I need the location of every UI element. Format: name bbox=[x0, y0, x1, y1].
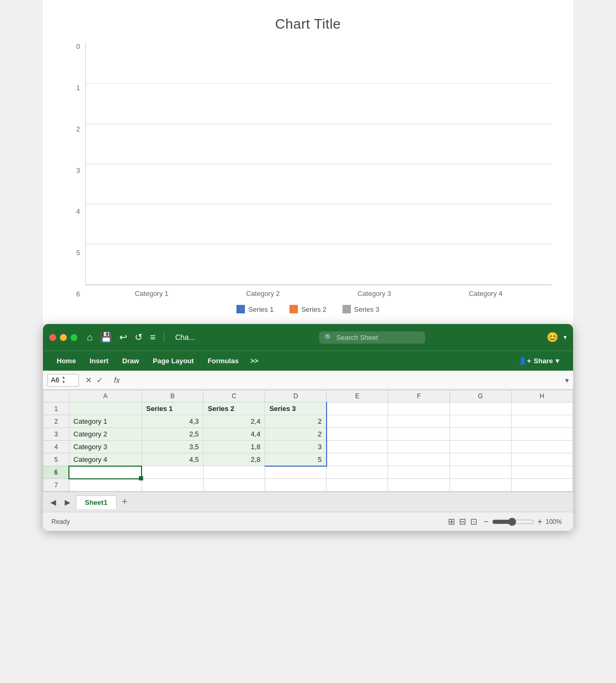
menu-insert[interactable]: Insert bbox=[83, 354, 115, 367]
cell-b7[interactable] bbox=[142, 479, 203, 492]
cell-g7[interactable] bbox=[450, 479, 511, 492]
cell-f7[interactable] bbox=[388, 479, 450, 492]
tab-nav-prev[interactable]: ◀ bbox=[47, 496, 59, 509]
more-icon[interactable]: ≡ bbox=[150, 332, 156, 343]
cell-h1[interactable] bbox=[511, 402, 573, 415]
cancel-formula-icon[interactable]: ✕ bbox=[85, 375, 92, 385]
col-header-b[interactable]: B bbox=[142, 390, 203, 402]
cell-a3[interactable]: Category 2 bbox=[69, 428, 142, 441]
cell-b3[interactable]: 2,5 bbox=[142, 428, 203, 441]
col-header-a[interactable]: A bbox=[69, 390, 142, 402]
cell-c2[interactable]: 2,4 bbox=[204, 415, 265, 428]
cell-f6[interactable] bbox=[388, 466, 450, 479]
cell-c7[interactable] bbox=[204, 479, 265, 492]
cell-e4[interactable] bbox=[327, 441, 388, 453]
close-button[interactable] bbox=[49, 334, 56, 341]
cell-h7[interactable] bbox=[511, 479, 573, 492]
formula-chevron[interactable]: ▾ bbox=[565, 376, 569, 384]
chart-plot-area bbox=[85, 43, 552, 285]
cell-g1[interactable] bbox=[450, 402, 511, 415]
feedback-dropdown[interactable]: ▾ bbox=[564, 334, 567, 341]
cell-f2[interactable] bbox=[388, 415, 450, 428]
cell-c6[interactable] bbox=[204, 466, 265, 479]
maximize-button[interactable] bbox=[71, 334, 77, 341]
cell-a1[interactable] bbox=[69, 402, 142, 415]
cell-c1[interactable]: Series 2 bbox=[204, 402, 265, 415]
cell-e3[interactable] bbox=[327, 428, 388, 441]
share-button[interactable]: 👤+ Share ▾ bbox=[512, 354, 566, 367]
search-bar[interactable]: 🔍 Search Sheet bbox=[319, 331, 425, 344]
minimize-button[interactable] bbox=[60, 334, 67, 341]
cell-b1[interactable]: Series 1 bbox=[142, 402, 203, 415]
cell-f4[interactable] bbox=[388, 441, 450, 453]
cell-e1[interactable] bbox=[327, 402, 388, 415]
cell-e6[interactable] bbox=[327, 466, 388, 479]
cell-g6[interactable] bbox=[450, 466, 511, 479]
cell-d3[interactable]: 2 bbox=[265, 428, 327, 441]
undo-icon[interactable]: ↩ bbox=[119, 331, 127, 343]
cell-g2[interactable] bbox=[450, 415, 511, 428]
fill-handle[interactable] bbox=[139, 476, 143, 480]
menu-home[interactable]: Home bbox=[50, 354, 82, 367]
home-icon[interactable]: ⌂ bbox=[87, 332, 93, 343]
cell-h2[interactable] bbox=[511, 415, 573, 428]
cell-c4[interactable]: 1,8 bbox=[204, 441, 265, 453]
save-icon[interactable]: 💾 bbox=[100, 331, 112, 343]
formula-input[interactable] bbox=[126, 374, 563, 387]
cell-c3[interactable]: 4,4 bbox=[204, 428, 265, 441]
cell-a4[interactable]: Category 3 bbox=[69, 441, 142, 453]
menu-page-layout[interactable]: Page Layout bbox=[146, 354, 200, 367]
col-header-d[interactable]: D bbox=[265, 390, 327, 402]
cell-a5[interactable]: Category 4 bbox=[69, 453, 142, 466]
cell-f5[interactable] bbox=[388, 453, 450, 466]
cell-f3[interactable] bbox=[388, 428, 450, 441]
cell-d5[interactable]: 5 bbox=[265, 453, 327, 466]
confirm-formula-icon[interactable]: ✓ bbox=[96, 375, 103, 385]
col-header-h[interactable]: H bbox=[511, 390, 573, 402]
x-label-cat3: Category 3 bbox=[319, 290, 430, 297]
cell-b5[interactable]: 4,5 bbox=[142, 453, 203, 466]
cell-g5[interactable] bbox=[450, 453, 511, 466]
search-placeholder: Search Sheet bbox=[336, 334, 378, 342]
menu-formulas[interactable]: Formulas bbox=[201, 354, 245, 367]
cell-g3[interactable] bbox=[450, 428, 511, 441]
tab-sheet1[interactable]: Sheet1 bbox=[76, 495, 117, 509]
cell-a2[interactable]: Category 1 bbox=[69, 415, 142, 428]
menu-draw[interactable]: Draw bbox=[116, 354, 146, 367]
cell-f1[interactable] bbox=[388, 402, 450, 415]
col-header-g[interactable]: G bbox=[450, 390, 511, 402]
cell-h3[interactable] bbox=[511, 428, 573, 441]
cell-e7[interactable] bbox=[327, 479, 388, 492]
cell-d1[interactable]: Series 3 bbox=[265, 402, 327, 415]
cell-d6[interactable] bbox=[265, 466, 327, 479]
cell-d7[interactable] bbox=[265, 479, 327, 492]
tab-nav-next[interactable]: ▶ bbox=[61, 496, 74, 509]
redo-icon[interactable]: ↺ bbox=[135, 331, 143, 343]
col-header-c[interactable]: C bbox=[204, 390, 265, 402]
menu-more[interactable]: >> bbox=[246, 354, 262, 367]
normal-view-button[interactable]: ⊞ bbox=[448, 516, 455, 527]
col-header-e[interactable]: E bbox=[327, 390, 388, 402]
cell-d4[interactable]: 3 bbox=[265, 441, 327, 453]
add-sheet-button[interactable]: + bbox=[119, 495, 131, 509]
col-header-f[interactable]: F bbox=[388, 390, 450, 402]
cell-b6[interactable] bbox=[142, 466, 203, 479]
cell-h4[interactable] bbox=[511, 441, 573, 453]
cell-a6-active[interactable] bbox=[69, 466, 142, 479]
cell-d2[interactable]: 2 bbox=[265, 415, 327, 428]
cell-b4[interactable]: 3,5 bbox=[142, 441, 203, 453]
feedback-icon[interactable]: 😊 bbox=[547, 331, 558, 343]
cell-c5[interactable]: 2,8 bbox=[204, 453, 265, 466]
cell-g4[interactable] bbox=[450, 441, 511, 453]
cell-a7[interactable] bbox=[69, 479, 142, 492]
page-layout-view-button[interactable]: ⊟ bbox=[459, 516, 466, 527]
page-break-view-button[interactable]: ⊡ bbox=[470, 516, 477, 527]
cell-b2[interactable]: 4,3 bbox=[142, 415, 203, 428]
cell-e5[interactable] bbox=[327, 453, 388, 466]
zoom-in-button[interactable]: + bbox=[538, 517, 542, 527]
zoom-slider[interactable] bbox=[492, 518, 534, 526]
cell-h5[interactable] bbox=[511, 453, 573, 466]
cell-h6[interactable] bbox=[511, 466, 573, 479]
zoom-out-button[interactable]: − bbox=[483, 517, 488, 527]
cell-e2[interactable] bbox=[327, 415, 388, 428]
